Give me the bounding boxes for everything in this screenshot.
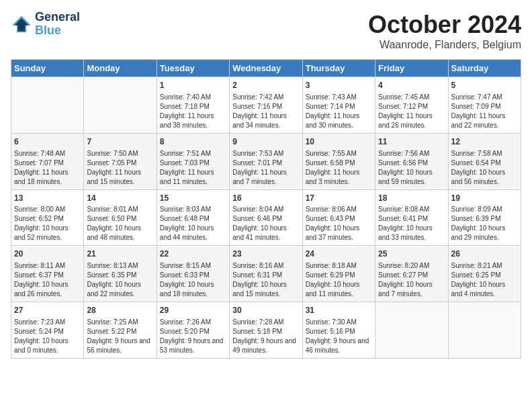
- day-number: 19: [451, 193, 518, 204]
- day-number: 18: [378, 193, 445, 204]
- day-info: Sunrise: 8:06 AM Sunset: 6:43 PM Dayligh…: [306, 205, 372, 242]
- calendar-cell: 1Sunrise: 7:40 AM Sunset: 7:18 PM Daylig…: [157, 77, 229, 134]
- day-number: 25: [378, 248, 445, 260]
- location: Waanrode, Flanders, Belgium: [368, 39, 521, 51]
- day-info: Sunrise: 7:58 AM Sunset: 6:54 PM Dayligh…: [451, 149, 518, 187]
- calendar-cell: 12Sunrise: 7:58 AM Sunset: 6:54 PM Dayli…: [448, 133, 521, 189]
- day-info: Sunrise: 7:30 AM Sunset: 5:16 PM Dayligh…: [306, 318, 372, 355]
- calendar-cell: 6Sunrise: 7:48 AM Sunset: 7:07 PM Daylig…: [11, 133, 84, 189]
- calendar-cell: 26Sunrise: 8:21 AM Sunset: 6:25 PM Dayli…: [448, 246, 521, 302]
- weekday-header: Wednesday: [230, 60, 302, 77]
- day-info: Sunrise: 8:13 AM Sunset: 6:35 PM Dayligh…: [87, 261, 153, 299]
- calendar-cell: [11, 77, 84, 134]
- day-info: Sunrise: 7:23 AM Sunset: 5:24 PM Dayligh…: [14, 318, 81, 355]
- calendar-cell: 7Sunrise: 7:50 AM Sunset: 7:05 PM Daylig…: [84, 133, 157, 189]
- logo: GeneralBlue: [11, 11, 80, 38]
- calendar-cell: 2Sunrise: 7:42 AM Sunset: 7:16 PM Daylig…: [230, 77, 302, 134]
- day-info: Sunrise: 7:51 AM Sunset: 7:03 PM Dayligh…: [160, 149, 226, 187]
- day-info: Sunrise: 7:45 AM Sunset: 7:12 PM Dayligh…: [378, 93, 445, 130]
- day-number: 31: [306, 305, 372, 316]
- day-info: Sunrise: 7:43 AM Sunset: 7:14 PM Dayligh…: [306, 93, 372, 130]
- day-number: 27: [14, 305, 81, 316]
- day-number: 17: [306, 193, 372, 204]
- day-info: Sunrise: 7:26 AM Sunset: 5:20 PM Dayligh…: [160, 318, 226, 355]
- day-info: Sunrise: 7:25 AM Sunset: 5:22 PM Dayligh…: [87, 318, 153, 355]
- calendar-cell: 20Sunrise: 8:11 AM Sunset: 6:37 PM Dayli…: [11, 246, 84, 302]
- day-number: 5: [451, 80, 518, 91]
- calendar-cell: 24Sunrise: 8:18 AM Sunset: 6:29 PM Dayli…: [302, 246, 375, 302]
- calendar-week-row: 20Sunrise: 8:11 AM Sunset: 6:37 PM Dayli…: [11, 246, 521, 302]
- day-info: Sunrise: 8:04 AM Sunset: 6:46 PM Dayligh…: [232, 205, 299, 242]
- weekday-header: Monday: [84, 60, 157, 77]
- calendar-week-row: 27Sunrise: 7:23 AM Sunset: 5:24 PM Dayli…: [11, 302, 521, 359]
- day-number: 22: [160, 248, 226, 260]
- day-number: 1: [160, 80, 226, 91]
- day-info: Sunrise: 8:11 AM Sunset: 6:37 PM Dayligh…: [14, 261, 81, 299]
- day-info: Sunrise: 7:42 AM Sunset: 7:16 PM Dayligh…: [232, 93, 299, 130]
- calendar-cell: 25Sunrise: 8:20 AM Sunset: 6:27 PM Dayli…: [375, 246, 448, 302]
- day-number: 16: [232, 193, 299, 204]
- day-number: 24: [306, 248, 372, 260]
- day-info: Sunrise: 7:28 AM Sunset: 5:18 PM Dayligh…: [232, 318, 299, 355]
- calendar-week-row: 13Sunrise: 8:00 AM Sunset: 6:52 PM Dayli…: [11, 189, 521, 246]
- calendar-cell: 28Sunrise: 7:25 AM Sunset: 5:22 PM Dayli…: [84, 302, 157, 359]
- day-info: Sunrise: 8:08 AM Sunset: 6:41 PM Dayligh…: [378, 205, 445, 242]
- calendar-cell: 23Sunrise: 8:16 AM Sunset: 6:31 PM Dayli…: [230, 246, 302, 302]
- day-info: Sunrise: 7:55 AM Sunset: 6:58 PM Dayligh…: [306, 149, 372, 187]
- calendar-cell: [448, 302, 521, 359]
- day-number: 7: [87, 136, 153, 148]
- day-info: Sunrise: 8:09 AM Sunset: 6:39 PM Dayligh…: [451, 205, 518, 242]
- calendar-cell: 3Sunrise: 7:43 AM Sunset: 7:14 PM Daylig…: [302, 77, 375, 134]
- day-info: Sunrise: 8:15 AM Sunset: 6:33 PM Dayligh…: [160, 261, 226, 299]
- day-info: Sunrise: 7:53 AM Sunset: 7:01 PM Dayligh…: [232, 149, 299, 187]
- logo-icon: [11, 15, 32, 34]
- day-info: Sunrise: 7:50 AM Sunset: 7:05 PM Dayligh…: [87, 149, 153, 187]
- calendar-cell: 15Sunrise: 8:03 AM Sunset: 6:48 PM Dayli…: [157, 189, 229, 246]
- calendar-cell: 21Sunrise: 8:13 AM Sunset: 6:35 PM Dayli…: [84, 246, 157, 302]
- day-info: Sunrise: 8:00 AM Sunset: 6:52 PM Dayligh…: [14, 205, 81, 242]
- calendar-cell: 19Sunrise: 8:09 AM Sunset: 6:39 PM Dayli…: [448, 189, 521, 246]
- calendar-cell: 22Sunrise: 8:15 AM Sunset: 6:33 PM Dayli…: [157, 246, 229, 302]
- calendar-cell: 18Sunrise: 8:08 AM Sunset: 6:41 PM Dayli…: [375, 189, 448, 246]
- day-info: Sunrise: 7:48 AM Sunset: 7:07 PM Dayligh…: [14, 149, 81, 187]
- day-number: 10: [306, 136, 372, 148]
- calendar-cell: [84, 77, 157, 134]
- day-number: 4: [378, 80, 445, 91]
- weekday-header-row: SundayMondayTuesdayWednesdayThursdayFrid…: [11, 60, 521, 77]
- calendar-cell: 9Sunrise: 7:53 AM Sunset: 7:01 PM Daylig…: [230, 133, 302, 189]
- page-header: GeneralBlue October 2024 Waanrode, Fland…: [11, 11, 521, 51]
- day-number: 3: [306, 80, 372, 91]
- calendar-cell: [375, 302, 448, 359]
- calendar-cell: 31Sunrise: 7:30 AM Sunset: 5:16 PM Dayli…: [302, 302, 375, 359]
- weekday-header: Thursday: [302, 60, 375, 77]
- logo-text: GeneralBlue: [35, 11, 80, 38]
- weekday-header: Friday: [375, 60, 448, 77]
- day-info: Sunrise: 8:03 AM Sunset: 6:48 PM Dayligh…: [160, 205, 226, 242]
- weekday-header: Saturday: [448, 60, 521, 77]
- day-number: 20: [14, 248, 81, 260]
- calendar-cell: 8Sunrise: 7:51 AM Sunset: 7:03 PM Daylig…: [157, 133, 229, 189]
- day-number: 9: [232, 136, 299, 148]
- calendar-cell: 17Sunrise: 8:06 AM Sunset: 6:43 PM Dayli…: [302, 189, 375, 246]
- calendar-cell: 14Sunrise: 8:01 AM Sunset: 6:50 PM Dayli…: [84, 189, 157, 246]
- calendar-cell: 13Sunrise: 8:00 AM Sunset: 6:52 PM Dayli…: [11, 189, 84, 246]
- day-number: 26: [451, 248, 518, 260]
- day-number: 6: [14, 136, 81, 148]
- day-info: Sunrise: 7:56 AM Sunset: 6:56 PM Dayligh…: [378, 149, 445, 187]
- day-info: Sunrise: 8:18 AM Sunset: 6:29 PM Dayligh…: [306, 261, 372, 299]
- calendar-cell: 4Sunrise: 7:45 AM Sunset: 7:12 PM Daylig…: [375, 77, 448, 134]
- day-info: Sunrise: 8:16 AM Sunset: 6:31 PM Dayligh…: [232, 261, 299, 299]
- calendar-cell: 27Sunrise: 7:23 AM Sunset: 5:24 PM Dayli…: [11, 302, 84, 359]
- calendar-table: SundayMondayTuesdayWednesdayThursdayFrid…: [11, 59, 521, 359]
- day-number: 14: [87, 193, 153, 204]
- day-number: 28: [87, 305, 153, 316]
- weekday-header: Sunday: [11, 60, 84, 77]
- day-info: Sunrise: 7:47 AM Sunset: 7:09 PM Dayligh…: [451, 93, 518, 130]
- day-info: Sunrise: 8:21 AM Sunset: 6:25 PM Dayligh…: [451, 261, 518, 299]
- calendar-cell: 11Sunrise: 7:56 AM Sunset: 6:56 PM Dayli…: [375, 133, 448, 189]
- day-number: 2: [232, 80, 299, 91]
- weekday-header: Tuesday: [157, 60, 229, 77]
- title-block: October 2024 Waanrode, Flanders, Belgium: [368, 11, 521, 51]
- calendar-cell: 29Sunrise: 7:26 AM Sunset: 5:20 PM Dayli…: [157, 302, 229, 359]
- day-number: 21: [87, 248, 153, 260]
